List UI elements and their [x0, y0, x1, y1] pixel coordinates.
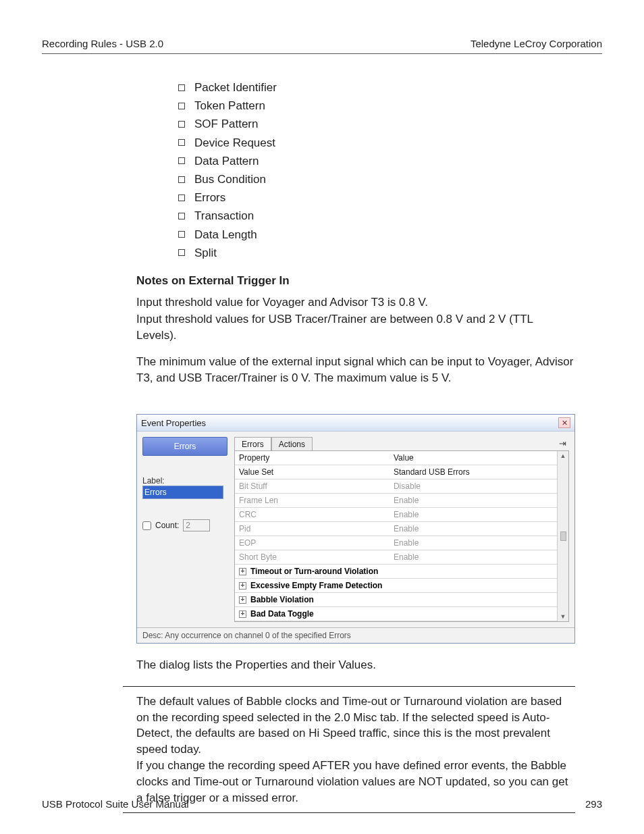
count-field[interactable] — [183, 519, 210, 531]
list-item: Packet Identifier — [178, 78, 602, 97]
cell-property: Frame Len — [235, 494, 390, 507]
tab-strip: Errors Actions — [234, 437, 313, 451]
list-item: Data Pattern — [178, 152, 602, 170]
table-group-row[interactable]: +Timeout or Turn-around Violation — [235, 565, 557, 579]
dialog-title: Event Properties — [141, 418, 206, 428]
list-item-label: Errors — [194, 188, 225, 207]
dialog-desc: Desc: Any occurrence on channel 0 of the… — [137, 627, 574, 643]
list-item: Data Length — [178, 226, 602, 244]
cell-property: Short Byte — [235, 550, 390, 564]
footer-left: USB Protocol Suite User Manual — [42, 798, 189, 810]
square-bullet-icon — [178, 194, 185, 201]
properties-grid: PropertyValueValue SetStandard USB Error… — [235, 451, 557, 621]
square-bullet-icon — [178, 103, 185, 109]
cell-value: Enable — [390, 508, 557, 521]
cell-value: Value — [390, 451, 557, 465]
tab-errors[interactable]: Errors — [234, 437, 271, 451]
paragraph-minmax: The minimum value of the external input … — [136, 354, 575, 387]
para-line: Input threshold values for USB Tracer/Tr… — [136, 313, 533, 342]
table-row: Frame LenEnable — [235, 494, 557, 508]
bullet-list: Packet IdentifierToken PatternSOF Patter… — [178, 78, 602, 262]
square-bullet-icon — [178, 121, 185, 128]
expand-icon[interactable]: + — [239, 568, 246, 575]
label-caption: Label: — [142, 476, 227, 486]
table-row: CRCEnable — [235, 508, 557, 522]
errors-button[interactable]: Errors — [142, 437, 227, 456]
count-checkbox[interactable] — [142, 521, 151, 530]
cell-value: Standard USB Errors — [390, 465, 557, 479]
table-row: Short ByteEnable — [235, 550, 557, 565]
cell-property: EOP — [235, 536, 390, 550]
expand-icon[interactable]: + — [239, 610, 246, 618]
square-bullet-icon — [178, 139, 185, 146]
paragraph-after-dialog: The dialog lists the Properties and thei… — [136, 657, 575, 674]
square-bullet-icon — [178, 249, 185, 256]
list-item-label: Token Pattern — [194, 97, 265, 115]
event-properties-dialog: Event Properties ✕ Errors Label: Count: … — [136, 414, 575, 644]
count-caption: Count: — [155, 521, 179, 530]
scroll-thumb[interactable] — [560, 531, 566, 541]
group-label: Bad Data Toggle — [250, 609, 314, 619]
header-right: Teledyne LeCroy Corporation — [471, 38, 602, 49]
scroll-down-icon[interactable]: ▼ — [560, 613, 566, 620]
list-item-label: Packet Identifier — [194, 78, 277, 97]
cell-property: Bit Stuff — [235, 479, 390, 493]
tab-actions[interactable]: Actions — [271, 437, 313, 451]
table-group-row[interactable]: +Bad Data Toggle — [235, 607, 557, 621]
table-row: PidEnable — [235, 522, 557, 536]
list-item: Bus Condition — [178, 170, 602, 188]
table-row: Bit StuffDisable — [235, 479, 557, 494]
note-block: The default values of Babble clocks and … — [123, 686, 575, 814]
cell-property: CRC — [235, 508, 390, 521]
square-bullet-icon — [178, 176, 185, 183]
paragraph-thresholds: Input threshold value for Voyager and Ad… — [136, 294, 575, 344]
list-item: SOF Pattern — [178, 115, 602, 133]
vertical-scrollbar[interactable]: ▲ ▼ — [557, 451, 568, 621]
dialog-titlebar: Event Properties ✕ — [137, 415, 574, 432]
table-row: PropertyValue — [235, 451, 557, 465]
para-line: Input threshold value for Voyager and Ad… — [136, 296, 428, 309]
header-left: Recording Rules - USB 2.0 — [42, 38, 163, 49]
cell-property: Value Set — [235, 465, 390, 479]
group-label: Excessive Empty Frame Detection — [250, 581, 382, 590]
group-label: Timeout or Turn-around Violation — [250, 567, 378, 576]
square-bullet-icon — [178, 213, 185, 219]
list-item-label: Data Length — [194, 226, 257, 244]
list-item: Errors — [178, 188, 602, 207]
square-bullet-icon — [178, 231, 185, 238]
expand-icon[interactable]: + — [239, 582, 246, 590]
cell-value: Disable — [390, 479, 557, 493]
cell-property: Pid — [235, 522, 390, 536]
list-item-label: Split — [194, 244, 217, 262]
close-icon[interactable]: ✕ — [558, 417, 570, 428]
list-item-label: Bus Condition — [194, 170, 266, 188]
list-item: Split — [178, 244, 602, 262]
label-field[interactable] — [142, 486, 223, 499]
table-group-row[interactable]: +Babble Violation — [235, 593, 557, 607]
table-group-row[interactable]: +Excessive Empty Frame Detection — [235, 579, 557, 593]
expand-icon[interactable]: + — [239, 596, 246, 604]
square-bullet-icon — [178, 84, 185, 91]
page-footer: USB Protocol Suite User Manual 293 — [42, 798, 602, 810]
list-item: Token Pattern — [178, 97, 602, 115]
table-row: EOPEnable — [235, 536, 557, 550]
cell-value: Enable — [390, 550, 557, 564]
group-label: Babble Violation — [250, 595, 314, 604]
scroll-up-icon[interactable]: ▲ — [560, 452, 566, 459]
page-header: Recording Rules - USB 2.0 Teledyne LeCro… — [42, 38, 602, 54]
cell-property: Property — [235, 451, 390, 465]
list-item: Device Request — [178, 134, 602, 152]
note-line: The default values of Babble clocks and … — [136, 694, 575, 758]
list-item-label: SOF Pattern — [194, 115, 258, 133]
cell-value: Enable — [390, 494, 557, 507]
cell-value: Enable — [390, 522, 557, 536]
list-item-label: Transaction — [194, 207, 254, 225]
list-item-label: Data Pattern — [194, 152, 259, 170]
table-row: Value SetStandard USB Errors — [235, 465, 557, 479]
section-subhead: Notes on External Trigger In — [136, 274, 602, 288]
cell-value: Enable — [390, 536, 557, 550]
footer-page-number: 293 — [585, 798, 602, 810]
list-item: Transaction — [178, 207, 602, 225]
square-bullet-icon — [178, 157, 185, 164]
pin-icon[interactable]: ⇥ — [556, 437, 569, 450]
